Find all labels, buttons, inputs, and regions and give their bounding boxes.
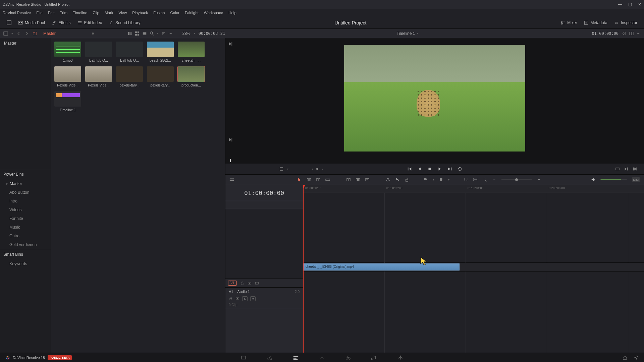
trim-tool-icon[interactable]	[307, 177, 311, 182]
last-clip-icon[interactable]	[633, 167, 637, 171]
nav-back-icon[interactable]	[16, 31, 21, 36]
mixer-button[interactable]: Mixer	[557, 19, 580, 26]
media-clip[interactable]: Pexels Vide...	[85, 66, 112, 87]
effects-button[interactable]: Effects	[48, 19, 74, 26]
play-icon[interactable]	[437, 167, 442, 171]
zoom-search-icon[interactable]	[482, 177, 487, 182]
zoom-out-icon[interactable]: −	[492, 177, 497, 182]
minimize-button[interactable]: —	[618, 2, 622, 7]
next-clip-icon[interactable]	[624, 167, 629, 171]
color-page-icon[interactable]	[345, 355, 351, 361]
sort-icon[interactable]	[161, 31, 166, 36]
mute-button[interactable]: M	[250, 296, 256, 301]
viewer-scrubber[interactable]	[225, 158, 644, 164]
edit-index-button[interactable]: Edit Index	[74, 19, 105, 26]
snap-icon[interactable]	[464, 177, 468, 182]
media-clip[interactable]: Bathtub Q...	[116, 42, 143, 62]
match-frame-icon[interactable]	[615, 167, 620, 171]
viewer[interactable]	[225, 38, 644, 158]
fairlight-page-icon[interactable]	[371, 355, 377, 361]
lock-track-icon[interactable]	[240, 281, 244, 285]
media-clip[interactable]: pexels-tary...	[147, 66, 174, 87]
disable-video-icon[interactable]	[255, 281, 259, 285]
volume-slider[interactable]	[600, 179, 627, 180]
playhead[interactable]	[303, 185, 304, 353]
inspector-button[interactable]: Inspector	[611, 19, 641, 26]
media-clip[interactable]: Bathtub O...	[85, 42, 112, 62]
timeline-clip-cheetah[interactable]: cheetah_-_53486 (Original).mp4	[303, 263, 460, 270]
dim-button[interactable]: DIM	[632, 177, 640, 182]
link-icon[interactable]	[395, 177, 400, 182]
menu-help[interactable]: Help	[228, 11, 236, 15]
menu-clip[interactable]: Clip	[93, 11, 99, 15]
search-icon[interactable]	[150, 31, 154, 36]
metadata-view-icon[interactable]	[127, 31, 132, 36]
media-clip[interactable]: 1.mp3	[54, 42, 81, 62]
fullscreen-button[interactable]	[3, 19, 15, 26]
timeline-timecode[interactable]: 01:00:00:00	[225, 185, 303, 201]
sidebar-toggle-icon[interactable]	[3, 31, 8, 36]
media-clip[interactable]: production...	[178, 66, 205, 87]
home-icon[interactable]	[623, 355, 627, 360]
cut-page-icon[interactable]	[267, 355, 273, 361]
bin-master[interactable]: Master	[0, 38, 51, 48]
power-bin-master[interactable]: Master	[0, 179, 51, 188]
v1-dest[interactable]: V1	[228, 281, 237, 286]
auto-select-audio-icon[interactable]	[235, 297, 239, 301]
edit-page-icon[interactable]	[293, 355, 299, 361]
go-first-icon[interactable]	[407, 167, 412, 171]
bin-geld-verdienen[interactable]: Geld verdienen	[0, 240, 51, 249]
timeline-view-options-icon[interactable]	[229, 177, 234, 182]
media-pool-options-icon[interactable]: ⋯	[168, 31, 172, 36]
media-clip[interactable]: Timeline 1	[54, 91, 81, 112]
menu-playback[interactable]: Playback	[132, 11, 148, 15]
bin-abo-button[interactable]: Abo Button	[0, 188, 51, 197]
media-pool-button[interactable]: Media Pool	[15, 19, 48, 26]
stop-icon[interactable]	[427, 167, 432, 171]
solo-button[interactable]: S	[242, 296, 248, 301]
bin-videos[interactable]: Videos	[0, 205, 51, 214]
close-button[interactable]: ✕	[638, 2, 641, 7]
bin-icon[interactable]	[33, 31, 37, 36]
insert-icon[interactable]	[346, 177, 351, 182]
marker-icon[interactable]	[439, 177, 443, 182]
loop-icon[interactable]	[458, 167, 462, 171]
prev-edit-icon[interactable]	[228, 137, 233, 142]
menu-davinci[interactable]: DaVinci Resolve	[3, 11, 31, 15]
sound-library-button[interactable]: Sound Library	[105, 19, 144, 26]
media-clip[interactable]: pexels-tary...	[116, 66, 143, 87]
lock-audio-icon[interactable]	[229, 297, 233, 301]
viewer-options-icon[interactable]: ⋯	[634, 31, 641, 36]
timeline-name[interactable]: Timeline 1	[396, 31, 415, 36]
selection-tool-icon[interactable]	[297, 177, 302, 182]
deliver-page-icon[interactable]	[397, 355, 404, 361]
media-page-icon[interactable]	[240, 355, 247, 361]
fusion-page-icon[interactable]	[319, 355, 325, 361]
viewer-zoom[interactable]: 28%	[179, 31, 194, 36]
menu-view[interactable]: View	[119, 11, 127, 15]
bin-musik[interactable]: Musik	[0, 223, 51, 232]
menu-color[interactable]: Color	[170, 11, 179, 15]
nav-forward-icon[interactable]	[24, 31, 29, 36]
position-lock-icon[interactable]	[405, 177, 409, 182]
menu-fusion[interactable]: Fusion	[153, 11, 165, 15]
media-clip[interactable]: Pexels Vide...	[54, 66, 81, 87]
crop-icon[interactable]	[279, 167, 284, 171]
play-reverse-icon[interactable]	[417, 167, 422, 171]
zoom-in-icon[interactable]: +	[536, 177, 541, 182]
menu-edit[interactable]: Edit	[48, 11, 55, 15]
flag-icon[interactable]	[423, 177, 428, 182]
menu-trim[interactable]: Trim	[60, 11, 68, 15]
list-view-icon[interactable]	[142, 31, 147, 36]
menu-workspace[interactable]: Workspace	[204, 11, 223, 15]
record-timecode[interactable]: 01:00:00:00	[592, 31, 622, 36]
bin-outro[interactable]: Outro	[0, 232, 51, 240]
volume-icon[interactable]	[591, 177, 596, 182]
blade-tool-icon[interactable]	[325, 177, 330, 182]
a1-dest[interactable]: A1	[229, 290, 233, 294]
smart-bin-keywords[interactable]: Keywords	[0, 259, 51, 268]
timeline-ruler[interactable]: 01:00:00:00 01:00:02:00 01:00:04:00 01:0…	[303, 185, 644, 193]
menu-file[interactable]: File	[36, 11, 43, 15]
menu-mark[interactable]: Mark	[105, 11, 113, 15]
bin-fortnite[interactable]: Fortnite	[0, 214, 51, 223]
